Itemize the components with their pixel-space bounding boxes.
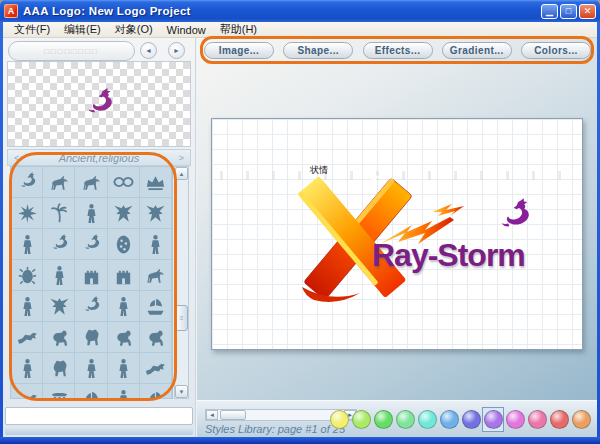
window-controls: ▁□✕ — [539, 4, 596, 19]
maximize-button[interactable]: □ — [560, 4, 577, 19]
symbol-griffin-walking[interactable] — [11, 322, 43, 353]
library-scrollbar[interactable]: ▲ ≡ ▼ — [174, 166, 189, 399]
palette-color-4[interactable] — [416, 407, 438, 432]
menu-item[interactable]: 帮助(H) — [214, 22, 265, 38]
scroll-left-button[interactable]: ◄ — [206, 410, 218, 420]
title-bar[interactable]: A AAA Logo: New Logo Project ▁□✕ — [0, 0, 600, 22]
symbol-gnome[interactable] — [108, 384, 140, 399]
symbol-archer[interactable] — [108, 353, 140, 384]
symbol-club-warrior[interactable] — [108, 291, 140, 322]
symbol-preview[interactable] — [7, 61, 191, 147]
palette-color-2[interactable] — [372, 407, 394, 432]
symbol-castle[interactable] — [108, 260, 140, 291]
symbol-star-cross[interactable] — [11, 198, 43, 229]
symbol-eagle[interactable] — [108, 198, 140, 229]
symbol-windmill[interactable] — [140, 384, 172, 399]
scrollbar-thumb[interactable] — [220, 410, 246, 420]
palette-color-8[interactable] — [504, 407, 526, 432]
logo-dragon-icon[interactable] — [492, 191, 536, 245]
symbol-fencer[interactable] — [75, 353, 107, 384]
palette-color-11[interactable] — [570, 407, 592, 432]
symbol-egyptian-figure[interactable] — [75, 198, 107, 229]
menu-item[interactable]: 对象(O) — [109, 22, 161, 38]
colors-button[interactable]: Colors... — [521, 42, 591, 59]
menu-item[interactable]: 编辑(E) — [58, 22, 109, 38]
palette-color-10[interactable] — [548, 407, 570, 432]
palette-color-1[interactable] — [350, 407, 372, 432]
design-canvas[interactable]: 状情 Ray-Storm — [211, 118, 583, 350]
symbol-dragon-beast[interactable] — [75, 291, 107, 322]
prev-style-button[interactable]: ◄ — [140, 42, 157, 59]
symbol-crown[interactable] — [140, 167, 172, 198]
symbol-griffin[interactable] — [43, 291, 75, 322]
symbol-sailing-ship[interactable] — [140, 291, 172, 322]
menu-item[interactable]: 文件(F) — [8, 22, 58, 38]
symbol-ornate-egg[interactable] — [108, 229, 140, 260]
palette-color-0[interactable] — [328, 407, 350, 432]
symbol-anubis[interactable] — [43, 353, 75, 384]
symbol-centaur[interactable] — [43, 167, 75, 198]
symbol-bear[interactable] — [75, 322, 107, 353]
crown-icon — [144, 171, 167, 194]
scrollbar-thumb[interactable]: ≡ — [175, 305, 188, 331]
symbol-standing-man[interactable] — [43, 260, 75, 291]
palette-color-6[interactable] — [460, 407, 482, 432]
star-cross-icon — [16, 202, 39, 225]
egyptian-figure-icon — [80, 202, 103, 225]
left-status-field[interactable] — [5, 407, 193, 425]
ornate-egg-icon — [112, 233, 135, 256]
category-prev-icon[interactable]: < — [14, 153, 19, 163]
gradient-button[interactable]: Gradient... — [442, 42, 512, 59]
symbol-altar[interactable] — [43, 384, 75, 399]
style-name-pill[interactable]: □□□□□□□□ — [8, 41, 135, 61]
castle-icon — [80, 264, 103, 287]
color-swatch — [440, 410, 459, 429]
gnome-icon — [112, 388, 135, 399]
toolbar: Image...Shape...Effects...Gradient...Col… — [204, 41, 591, 59]
effects-button[interactable]: Effects... — [363, 42, 433, 59]
menu-bar: 文件(F)编辑(E)对象(O)Window帮助(H) — [3, 22, 597, 38]
symbol-dog-sitting[interactable] — [140, 322, 172, 353]
left-panel: □□□□□□□□ ◄ ► < Ancient,religious > ▲ ≡ ▼ — [3, 38, 196, 437]
close-button[interactable]: ✕ — [579, 4, 596, 19]
scroll-down-button[interactable]: ▼ — [175, 385, 188, 398]
symbol-dragon[interactable] — [75, 229, 107, 260]
symbol-scarab[interactable] — [11, 260, 43, 291]
shape-button[interactable]: Shape... — [283, 42, 353, 59]
dog-sitting-icon — [144, 326, 167, 349]
bear-icon — [80, 326, 103, 349]
symbol-castle[interactable] — [75, 260, 107, 291]
symbol-priestess[interactable] — [140, 229, 172, 260]
library-category-header[interactable]: < Ancient,religious > — [7, 149, 191, 166]
palette-color-9[interactable] — [526, 407, 548, 432]
window-content: 文件(F)编辑(E)对象(O)Window帮助(H) □□□□□□□□ ◄ ► … — [3, 22, 597, 437]
dancer-icon — [16, 295, 39, 318]
minimize-button[interactable]: ▁ — [541, 4, 558, 19]
double-rings-icon — [112, 171, 135, 194]
symbol-boat[interactable] — [75, 384, 107, 399]
category-next-icon[interactable]: > — [179, 153, 184, 163]
symbol-double-rings[interactable] — [108, 167, 140, 198]
symbol-centaur[interactable] — [75, 167, 107, 198]
symbol-staff-figure[interactable] — [11, 353, 43, 384]
color-swatch — [330, 410, 349, 429]
symbol-wolf-running[interactable] — [140, 353, 172, 384]
symbol-lion-sitting[interactable] — [108, 322, 140, 353]
next-style-button[interactable]: ► — [168, 42, 185, 59]
palette-color-5[interactable] — [438, 407, 460, 432]
fencer-icon — [80, 357, 103, 380]
scroll-up-button[interactable]: ▲ — [175, 167, 188, 180]
symbol-crocodile[interactable] — [11, 384, 43, 399]
symbol-horse[interactable] — [140, 260, 172, 291]
symbol-double-eagle[interactable] — [140, 198, 172, 229]
image-button[interactable]: Image... — [204, 42, 274, 59]
symbol-dragon[interactable] — [43, 229, 75, 260]
symbol-sphinx[interactable] — [43, 322, 75, 353]
symbol-dancer[interactable] — [11, 291, 43, 322]
symbol-warrior[interactable] — [11, 229, 43, 260]
palette-color-7[interactable] — [482, 407, 504, 432]
symbol-palm-tree[interactable] — [43, 198, 75, 229]
palette-color-3[interactable] — [394, 407, 416, 432]
menu-item[interactable]: Window — [161, 23, 214, 37]
symbol-dragon[interactable] — [11, 167, 43, 198]
